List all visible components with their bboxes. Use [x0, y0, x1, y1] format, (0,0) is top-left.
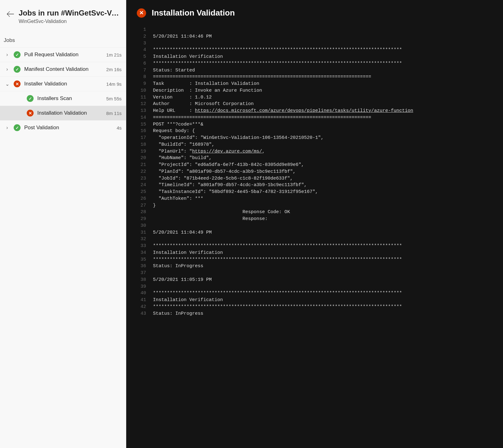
job-name: Installer Validation — [24, 81, 103, 87]
step-row[interactable]: ✓Installers Scan5m 55s — [0, 91, 126, 106]
line-content: "TimelineId": "a801af90-db57-4cdc-a3b9-1… — [153, 182, 307, 189]
line-content: Installation Verification — [153, 249, 223, 256]
log-line: 18 "BuildId": "168978", — [134, 141, 496, 148]
log-line: 25/20/2021 11:04:46 PM — [134, 33, 496, 40]
job-row[interactable]: ›✓Post Validation4s — [0, 120, 126, 135]
step-name: Installation Validation — [37, 110, 103, 116]
chevron-right-icon[interactable]: › — [4, 125, 10, 130]
line-content: POST ***?code=***& — [153, 121, 203, 128]
line-number: 36 — [134, 263, 146, 270]
line-content: ****************************************… — [153, 60, 402, 67]
line-number: 6 — [134, 60, 146, 67]
line-number: 1 — [134, 26, 146, 33]
log-line: 10Description : Invoke an Azure Function — [134, 87, 496, 94]
left-panel: 🡠 Jobs in run #WinGetSvc-Valida… WinGetS… — [0, 0, 126, 448]
log-line: 35**************************************… — [134, 256, 496, 263]
line-number: 9 — [134, 80, 146, 87]
log-line: 17 "operationId": "WinGetSvc-Validation-… — [134, 135, 496, 141]
log-line: 23 "JobId": "871b4eed-22de-5cb6-c1c8-82f… — [134, 175, 496, 182]
log-line: 22 "PlanId": "a801af90-db57-4cdc-a3b9-1b… — [134, 168, 496, 175]
line-number: 3 — [134, 40, 146, 47]
log-link[interactable]: https://dev.azure.com/ms/ — [192, 149, 262, 154]
job-name: Pull Request Validation — [24, 52, 103, 58]
line-content: Status: InProgress — [153, 263, 203, 270]
chevron-right-icon[interactable]: › — [4, 52, 10, 57]
job-duration: 2m 16s — [106, 67, 122, 72]
log-line: 11Version : 1.0.12 — [134, 94, 496, 101]
log-line: 385/20/2021 11:05:19 PM — [134, 277, 496, 283]
line-number: 42 — [134, 304, 146, 310]
line-number: 39 — [134, 283, 146, 290]
left-header: 🡠 Jobs in run #WinGetSvc-Valida… WinGetS… — [0, 0, 126, 28]
log-output[interactable]: 125/20/2021 11:04:46 PM34***************… — [126, 23, 503, 448]
line-number: 29 — [134, 216, 146, 222]
line-number: 32 — [134, 236, 146, 243]
job-duration: 4s — [117, 125, 122, 130]
log-line: 28 Response Code: OK — [134, 209, 496, 216]
line-number: 2 — [134, 33, 146, 40]
right-panel: ✕ Installation Validation 125/20/2021 11… — [126, 0, 503, 448]
line-number: 37 — [134, 270, 146, 277]
line-content: Version : 1.0.12 — [153, 94, 212, 101]
step-duration: 5m 55s — [106, 96, 122, 101]
back-arrow-icon[interactable]: 🡠 — [6, 9, 14, 18]
line-content: 5/20/2021 11:04:49 PM — [153, 229, 212, 236]
detail-header: ✕ Installation Validation — [126, 0, 503, 23]
log-line: 29 Response: — [134, 216, 496, 222]
log-line: 30 — [134, 222, 496, 229]
line-content: Request body: { — [153, 128, 195, 135]
jobs-section-label: Jobs — [0, 28, 126, 47]
line-content: "JobId": "871b4eed-22de-5cb6-c1c8-82f190… — [153, 175, 293, 182]
line-number: 19 — [134, 148, 146, 155]
log-line: 14======================================… — [134, 114, 496, 121]
line-number: 24 — [134, 182, 146, 189]
page-subtitle: WinGetSvc-Validation — [19, 19, 121, 24]
line-content: "operationId": "WinGetSvc-Validation-106… — [153, 135, 324, 141]
line-number: 30 — [134, 222, 146, 229]
line-number: 21 — [134, 162, 146, 168]
log-line: 9Task : Installation Validation — [134, 80, 496, 87]
log-line: 8=======================================… — [134, 74, 496, 80]
line-number: 38 — [134, 277, 146, 283]
check-icon: ✓ — [14, 51, 21, 58]
log-line: 21 "ProjectId": "ed6a5dfa-6e7f-413b-842c… — [134, 162, 496, 168]
job-duration: 14m 9s — [106, 81, 122, 87]
log-line: 43Status: InProgress — [134, 310, 496, 317]
chevron-right-icon[interactable]: › — [4, 66, 10, 72]
line-number: 26 — [134, 195, 146, 202]
check-icon: ✓ — [14, 66, 21, 73]
line-number: 28 — [134, 209, 146, 216]
log-line: 19 "PlanUrl": "https://dev.azure.com/ms/… — [134, 148, 496, 155]
log-line: 39 — [134, 283, 496, 290]
line-number: 7 — [134, 67, 146, 74]
job-name: Manifest Content Validation — [24, 66, 103, 72]
line-content: "TaskInstanceId": "58bdf892-4e45-5ba7-47… — [153, 189, 318, 195]
line-content: ****************************************… — [153, 304, 402, 310]
job-row[interactable]: ⌄✕Installer Validation14m 9s — [0, 76, 126, 91]
log-line: 7Status: Started — [134, 67, 496, 74]
line-content: "ProjectId": "ed6a5dfa-6e7f-413b-842c-83… — [153, 162, 304, 168]
line-content: Installation Verification — [153, 53, 223, 60]
log-line: 1 — [134, 26, 496, 33]
line-content: ****************************************… — [153, 243, 402, 249]
log-link[interactable]: https://docs.microsoft.com/azure/devops/… — [195, 108, 413, 113]
log-line: 41Installation Verification — [134, 297, 496, 304]
line-content: Help URL : https://docs.microsoft.com/az… — [153, 107, 413, 114]
line-content: } — [153, 202, 156, 209]
line-content: Task : Installation Validation — [153, 80, 259, 87]
line-content: Status: InProgress — [153, 310, 203, 317]
log-line: 24 "TimelineId": "a801af90-db57-4cdc-a3b… — [134, 182, 496, 189]
line-number: 27 — [134, 202, 146, 209]
job-row[interactable]: ›✓Pull Request Validation1m 21s — [0, 47, 126, 62]
line-content: Response Code: OK — [153, 209, 290, 216]
job-row[interactable]: ›✓Manifest Content Validation2m 16s — [0, 62, 126, 76]
job-duration: 1m 21s — [106, 52, 122, 57]
line-content: Status: Started — [153, 67, 195, 74]
log-line: 13Help URL : https://docs.microsoft.com/… — [134, 107, 496, 114]
step-row[interactable]: ✕Installation Validation8m 11s — [0, 106, 126, 120]
line-content: "PlanId": "a801af90-db57-4cdc-a3b9-1bc9e… — [153, 168, 296, 175]
chevron-down-icon[interactable]: ⌄ — [4, 81, 10, 87]
line-number: 12 — [134, 101, 146, 107]
line-content: ========================================… — [153, 114, 371, 121]
job-list: ›✓Pull Request Validation1m 21s›✓Manifes… — [0, 47, 126, 135]
